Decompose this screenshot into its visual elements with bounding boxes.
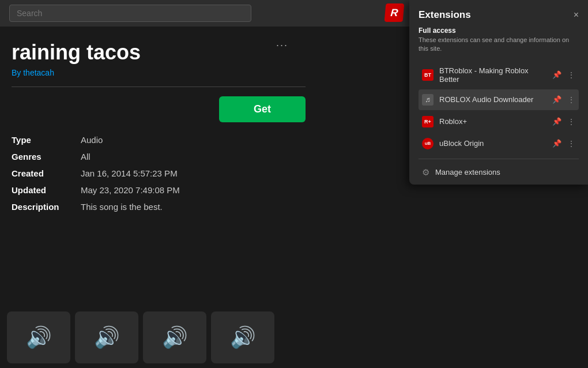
genres-label: Genres <box>12 151 81 163</box>
ext-item-rad[interactable]: ♬ ROBLOX Audio Downloader 📌 ⋮ <box>419 89 579 110</box>
ext-access-desc: These extensions can see and change info… <box>419 36 579 54</box>
audio-cards-row: 🔊 🔊 🔊 🔊 <box>0 307 392 368</box>
get-button-row: Get <box>12 96 306 122</box>
created-label: Created <box>12 167 81 179</box>
ext-icon-ub: uB <box>422 138 434 149</box>
updated-label: Updated <box>12 184 81 196</box>
ext-name-roblox: Roblox+ <box>439 117 546 126</box>
ext-item-ub[interactable]: uB uBlock Origin 📌 ⋮ <box>419 133 579 154</box>
type-label: Type <box>12 134 81 146</box>
audio-card-4[interactable]: 🔊 <box>211 311 274 363</box>
speaker-icon-4: 🔊 <box>230 325 256 350</box>
audio-card-2[interactable]: 🔊 <box>75 311 138 363</box>
ext-name-rad: ROBLOX Audio Downloader <box>439 95 546 104</box>
description-label: Description <box>12 201 81 213</box>
speaker-icon-2: 🔊 <box>94 325 120 350</box>
ext-pin-ub[interactable]: 📌 <box>552 139 561 148</box>
roblox-r-icon: R <box>385 3 405 22</box>
manage-extensions-label: Manage extensions <box>435 168 500 177</box>
get-button[interactable]: Get <box>219 96 306 122</box>
divider <box>12 87 306 87</box>
roblox-brand-logo: R <box>385 3 404 22</box>
extensions-panel: Extensions × Full access These extension… <box>409 0 588 185</box>
ext-icon-roblox: R+ <box>422 116 434 127</box>
audio-card-1[interactable]: 🔊 <box>7 311 70 363</box>
ext-more-bt[interactable]: ⋮ <box>567 70 575 80</box>
item-author-link[interactable]: thetacah <box>23 68 54 77</box>
gear-icon: ⚙ <box>422 167 429 178</box>
ext-list: BT BTRoblox - Making Roblox Better 📌 ⋮ ♬… <box>419 62 579 154</box>
ext-item-bt[interactable]: BT BTRoblox - Making Roblox Better 📌 ⋮ <box>419 62 579 88</box>
updated-value: May 23, 2020 7:49:08 PM <box>81 184 576 196</box>
speaker-icon-3: 🔊 <box>162 325 188 350</box>
ext-access-label: Full access <box>419 27 579 35</box>
search-input[interactable] <box>9 5 251 22</box>
ext-item-roblox[interactable]: R+ Roblox+ 📌 ⋮ <box>419 111 579 132</box>
ext-name-ub: uBlock Origin <box>439 139 546 148</box>
manage-extensions-row[interactable]: ⚙ Manage extensions <box>419 164 579 181</box>
ext-divider <box>419 159 579 159</box>
audio-card-3[interactable]: 🔊 <box>143 311 206 363</box>
ext-pin-roblox[interactable]: 📌 <box>552 117 561 126</box>
extensions-close-button[interactable]: × <box>574 10 579 20</box>
ext-name-bt: BTRoblox - Making Roblox Better <box>439 66 546 84</box>
ext-more-roblox[interactable]: ⋮ <box>567 117 575 126</box>
ext-header: Extensions × <box>419 9 579 21</box>
more-options-button[interactable]: ··· <box>276 39 288 51</box>
ext-icon-bt: BT <box>422 69 434 81</box>
ext-more-rad[interactable]: ⋮ <box>567 95 575 104</box>
ext-pin-bt[interactable]: 📌 <box>552 70 561 79</box>
ext-pin-rad[interactable]: 📌 <box>552 95 561 104</box>
description-value: This song is the best. <box>81 201 576 213</box>
extensions-title: Extensions <box>419 9 471 21</box>
ext-icon-rad: ♬ <box>422 94 434 106</box>
ext-more-ub[interactable]: ⋮ <box>567 139 575 148</box>
speaker-icon-1: 🔊 <box>26 325 52 350</box>
